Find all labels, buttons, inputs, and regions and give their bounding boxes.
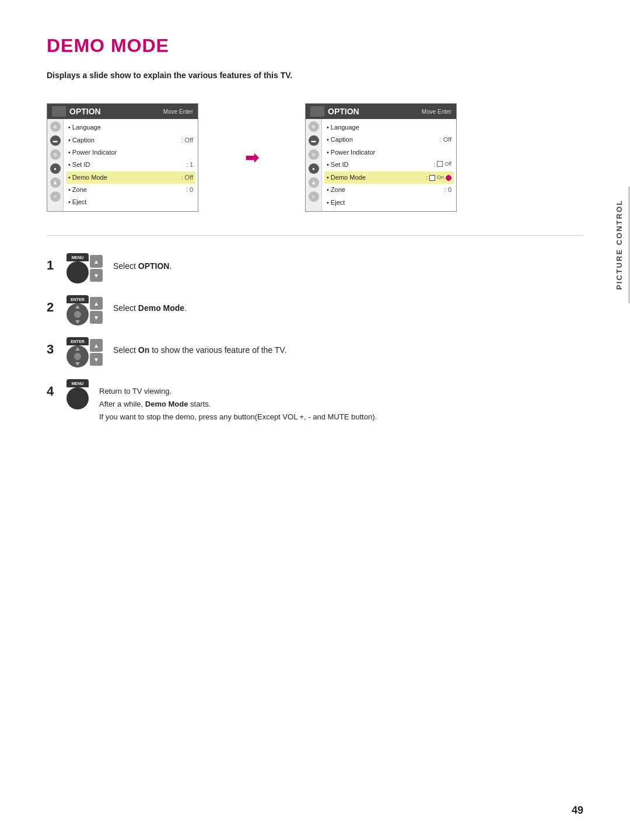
sidebar-icon-5: ♟: [50, 177, 61, 188]
sidebar-icon-3: ⚙: [50, 149, 61, 160]
step-2-arrow-down: ▼: [90, 311, 103, 324]
item-r-setid-value: : Off: [433, 160, 452, 170]
step-1: 1 MENU ▲ ▼ Select OPTION.: [47, 253, 583, 284]
menu-right-nav: Move Enter: [422, 108, 452, 115]
step-4-btn-label: MENU: [66, 379, 89, 387]
step-3-arrow-up: ▲: [90, 339, 103, 352]
menu-right-sidebar: ⊕ ▬ ⚙ ● ♟ ≡: [306, 119, 322, 211]
item-r-language-label: Language: [327, 123, 359, 132]
menu-right-icon: [310, 106, 324, 117]
steps-area: 1 MENU ▲ ▼ Select OPTION. 2 ENTER: [47, 253, 583, 424]
step-2-btn-label: ENTER: [66, 295, 89, 303]
menu-item-r-eject: Eject: [327, 197, 452, 209]
step-4-text: Return to TV viewing. After a while, Dem…: [99, 385, 377, 424]
step-1-text: Select OPTION.: [113, 260, 172, 272]
sidebar-icon-r4: ●: [309, 163, 319, 174]
menu-right-title: OPTION: [328, 107, 359, 116]
menu-item-r-setid: Set ID : Off: [327, 159, 452, 172]
step-4-btn-circle: [66, 387, 89, 410]
sidebar-icon-r2: ▬: [309, 135, 319, 146]
menu-left-items: Language Caption : Off Power Indicator S…: [64, 119, 198, 211]
item-demo-value: : Off: [181, 173, 193, 182]
step-2-nav-down: [75, 320, 80, 324]
step-3: 3 ENTER ▲ ▼ Select On to show the variou…: [47, 337, 583, 368]
menu-item-r-language: Language: [327, 121, 452, 134]
item-caption-label: Caption: [68, 136, 94, 145]
item-setid-label: Set ID: [68, 160, 90, 169]
item-r-zone-label: Zone: [327, 186, 345, 194]
step-3-arrow-down: ▼: [90, 353, 103, 366]
item-power-label: Power Indicator: [68, 148, 117, 157]
step-4-line3: If you want to stop the demo, press any …: [99, 412, 377, 421]
step-2-nav-up: [75, 305, 80, 309]
step-3-number: 3: [47, 343, 61, 356]
step-2-bold: Demo Mode: [138, 303, 184, 313]
step-1-icons: MENU ▲ ▼: [66, 253, 103, 284]
menu-item-power: Power Indicator: [68, 146, 193, 159]
menu-right: OPTION Move Enter ⊕ ▬ ⚙ ● ♟ ≡ Language: [305, 103, 457, 212]
step-3-nav-up: [75, 347, 80, 351]
sidebar-icon-2: ▬: [50, 135, 61, 146]
sidebar-icon-1: ⊕: [50, 121, 61, 132]
step-4-menu-btn: MENU: [66, 379, 89, 410]
menu-item-zone: Zone : 0: [68, 184, 193, 196]
step-3-icons: ENTER ▲ ▼: [66, 337, 103, 368]
item-r-caption-label: Caption: [327, 135, 353, 144]
menu-left-title: OPTION: [69, 107, 101, 116]
step-1-btn-label: MENU: [66, 253, 89, 261]
item-r-demo-label: Demo Mode: [327, 173, 366, 182]
on-radio: [446, 175, 452, 181]
item-zone-label: Zone: [68, 186, 87, 194]
arrow-right: ➡: [245, 148, 258, 167]
step-2-enter-btn: ENTER: [66, 295, 89, 326]
step-4-icons: MENU: [66, 379, 89, 410]
step-3-enter-btn: ENTER: [66, 337, 89, 368]
nav-hint-right: Move Enter: [422, 108, 452, 115]
nav-hint-left: Move Enter: [163, 108, 193, 115]
step-1-arrow-down: ▼: [90, 269, 103, 282]
step-3-center-dot: [74, 353, 81, 360]
step-3-btn-circle: [66, 345, 89, 368]
on-checkbox-sq: [429, 175, 435, 181]
step-3-nav-arrows: ▲ ▼: [90, 339, 103, 366]
item-demo-label: Demo Mode: [68, 173, 107, 182]
item-zone-value: : 0: [186, 186, 193, 194]
item-caption-value: : Off: [181, 136, 193, 145]
sidebar-icon-r6: ≡: [309, 191, 319, 202]
step-2-number: 2: [47, 301, 61, 314]
step-2-text: Select Demo Mode.: [113, 302, 187, 314]
menu-left-header: OPTION Move Enter: [47, 104, 198, 119]
step-2-btn-circle: [66, 303, 89, 326]
off-checkbox: [437, 161, 443, 167]
menu-left-icon: [52, 106, 66, 117]
menu-item-r-demo: Demo Mode : On: [324, 172, 454, 184]
menu-left: OPTION Move Enter ⊕ ▬ ⚙ ● ♟ ≡ Language: [47, 103, 198, 212]
step-4-number: 4: [47, 385, 61, 398]
step-2: 2 ENTER ▲ ▼ Select Demo Mode.: [47, 295, 583, 326]
menu-item-language: Language: [68, 121, 193, 134]
menu-item-demo: Demo Mode : Off: [66, 172, 195, 184]
item-r-zone-value: : 0: [444, 186, 452, 194]
step-1-menu-btn: MENU: [66, 253, 89, 284]
menu-item-caption: Caption : Off: [68, 134, 193, 146]
step-2-center-dot: [74, 311, 81, 318]
step-3-nav-down: [75, 362, 80, 366]
screens-area: OPTION Move Enter ⊕ ▬ ⚙ ● ♟ ≡ Language: [47, 103, 583, 212]
menu-item-setid: Set ID : 1: [68, 159, 193, 171]
item-language-label: Language: [68, 123, 101, 132]
step-4: 4 MENU Return to TV viewing. After a whi…: [47, 379, 583, 424]
step-4-line1: Return to TV viewing.: [99, 387, 172, 396]
step-2-nav-arrows: ▲ ▼: [90, 297, 103, 324]
section-divider: [47, 235, 583, 236]
sidebar-icon-6: ≡: [50, 191, 61, 202]
step-3-bold: On: [138, 345, 149, 355]
page-title: DEMO MODE: [47, 35, 583, 57]
step-1-arrow-up: ▲: [90, 255, 103, 268]
sidebar-icon-r1: ⊕: [309, 121, 319, 132]
menu-right-header: OPTION Move Enter: [306, 104, 456, 119]
sidebar-icon-r3: ⚙: [309, 149, 319, 160]
item-r-demo-value: : On: [426, 173, 452, 182]
step-1-bold: OPTION: [138, 261, 170, 271]
menu-item-r-power: Power Indicator: [327, 146, 452, 159]
step-1-btn-circle: [66, 261, 89, 284]
